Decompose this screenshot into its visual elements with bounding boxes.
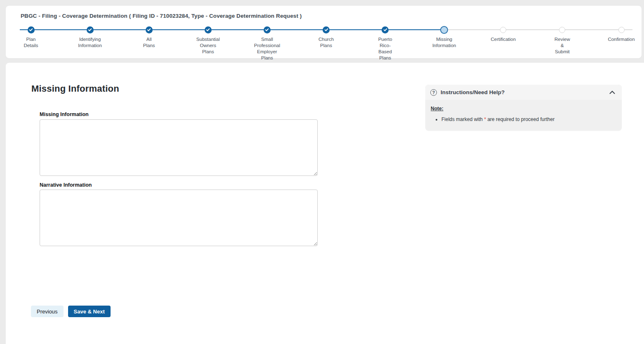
check-icon <box>383 28 387 32</box>
instructions-panel-header[interactable]: ? Instructions/Need Help? <box>425 85 622 100</box>
page-title: Missing Information <box>31 83 119 94</box>
form-card: Missing Information Missing Information … <box>6 63 644 344</box>
step-future-circle[interactable] <box>618 27 625 33</box>
instructions-panel: ? Instructions/Need Help? Note: Fields m… <box>425 85 622 130</box>
step-label: ChurchPlans <box>300 36 353 49</box>
check-icon <box>147 28 151 32</box>
step-label: AllPlans <box>122 36 176 49</box>
check-icon <box>265 28 269 32</box>
step-complete-icon[interactable] <box>28 26 35 33</box>
note-list: Fields marked with * are required to pro… <box>441 116 616 123</box>
step-label: Certification <box>477 36 530 43</box>
step-current-circle[interactable] <box>440 26 448 34</box>
chevron-up-icon[interactable] <box>609 90 615 94</box>
step-complete-icon[interactable] <box>382 26 389 33</box>
step-label: Confirmation <box>594 36 644 43</box>
stepper-line-upcoming <box>444 29 632 30</box>
step-label: PlanDetails <box>4 36 58 49</box>
step-label: SmallProfessionalEmployerPlans <box>240 36 294 61</box>
missing-information-textarea[interactable] <box>40 119 318 176</box>
step-future-circle[interactable] <box>500 27 506 33</box>
filing-header-card: PBGC - Filing - Coverage Determination (… <box>6 6 642 58</box>
note-item: Fields marked with * are required to pro… <box>441 116 616 123</box>
note-label: Note: <box>431 106 443 112</box>
step-complete-icon[interactable] <box>146 26 153 33</box>
narrative-information-textarea[interactable] <box>40 190 318 246</box>
question-circle-icon: ? <box>430 89 437 96</box>
stepper-line-complete <box>20 29 444 30</box>
instructions-panel-body: Note: Fields marked with * are required … <box>425 100 622 123</box>
progress-stepper: PlanDetailsIdentifyingInformationAllPlan… <box>6 6 642 58</box>
instructions-panel-title: Instructions/Need Help? <box>441 89 609 95</box>
check-icon <box>324 28 328 32</box>
previous-button[interactable]: Previous <box>31 306 64 317</box>
narrative-information-label: Narrative Information <box>40 182 92 188</box>
step-complete-icon[interactable] <box>264 26 271 33</box>
step-complete-icon[interactable] <box>87 26 94 33</box>
form-actions: Previous Save & Next <box>31 306 111 317</box>
step-complete-icon[interactable] <box>205 26 212 33</box>
save-next-button[interactable]: Save & Next <box>68 306 111 317</box>
check-icon <box>206 28 210 32</box>
step-label: IdentifyingInformation <box>63 36 117 49</box>
step-complete-icon[interactable] <box>323 26 330 33</box>
step-label: SubstantialOwnersPlans <box>181 36 235 55</box>
step-label: MissingInformation <box>418 36 471 49</box>
check-icon <box>29 28 33 32</box>
step-label: PuertoRico-BasedPlans <box>359 36 412 61</box>
step-label: Review&Submit <box>535 36 589 55</box>
step-future-circle[interactable] <box>559 27 565 33</box>
missing-information-label: Missing Information <box>40 112 89 117</box>
check-icon <box>88 28 92 32</box>
